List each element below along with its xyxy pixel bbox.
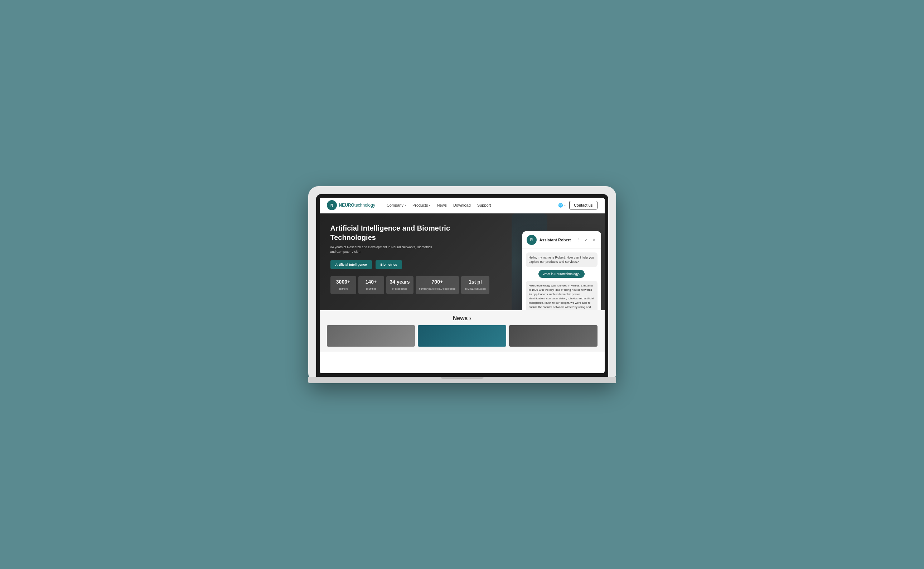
chat-avatar: R bbox=[527, 235, 536, 245]
stat-number: 700+ bbox=[419, 279, 456, 284]
nav-company[interactable]: Company ▾ bbox=[384, 202, 409, 209]
stat-number: 140+ bbox=[362, 279, 381, 284]
globe-icon: 🌐 bbox=[558, 203, 563, 208]
stat-number: 1st pl bbox=[465, 279, 486, 284]
hero-title: Artificial Intelligence and Biometric Te… bbox=[330, 224, 467, 242]
laptop-base bbox=[308, 377, 616, 383]
chat-more-button[interactable]: ⋮ bbox=[575, 237, 581, 243]
chat-body: Hello, my name is Robert. How can I help… bbox=[522, 249, 601, 310]
chat-suggestion-button[interactable]: What is Neurotechnology? bbox=[538, 270, 585, 278]
chevron-down-icon: ▾ bbox=[564, 204, 565, 207]
chat-header: R Assistant Robert ⋮ ⤢ ✕ bbox=[522, 231, 601, 249]
laptop-outer: N NEUROtechnology Company ▾ Products ▾ N… bbox=[308, 186, 616, 383]
nav-logo[interactable]: N NEUROtechnology bbox=[327, 200, 375, 210]
ai-button[interactable]: Artificial Intelligence bbox=[330, 260, 372, 269]
stat-label: countries bbox=[366, 288, 376, 290]
news-section: News › bbox=[320, 310, 605, 351]
stat-countries: 140+ countries bbox=[359, 276, 384, 294]
news-card-3[interactable] bbox=[509, 325, 597, 347]
news-card-2[interactable] bbox=[418, 325, 506, 347]
chat-greeting: Hello, my name is Robert. How can I help… bbox=[526, 253, 597, 267]
stat-label: of experience bbox=[392, 288, 407, 290]
nav-news[interactable]: News bbox=[434, 202, 450, 209]
chat-bot-message: Neurotechnology was founded in Vilnius, … bbox=[526, 281, 597, 310]
nav-support[interactable]: Support bbox=[474, 202, 494, 209]
stat-years: 34 years of experience bbox=[386, 276, 413, 294]
chevron-down-icon: ▾ bbox=[429, 204, 430, 207]
hero-section: Artificial Intelligence and Biometric Te… bbox=[320, 213, 605, 310]
chat-header-actions: ⋮ ⤢ ✕ bbox=[575, 237, 597, 243]
nav-download[interactable]: Download bbox=[450, 202, 474, 209]
nav-globe[interactable]: 🌐 ▾ bbox=[558, 203, 565, 208]
chat-close-button[interactable]: ✕ bbox=[591, 237, 597, 243]
hero-subtitle: 34 years of Research and Development in … bbox=[330, 245, 438, 255]
chat-header-title: Assistant Robert bbox=[540, 238, 573, 242]
news-card-1[interactable] bbox=[327, 325, 415, 347]
nav-links: Company ▾ Products ▾ News Download Suppo… bbox=[384, 202, 558, 209]
laptop-screen: N NEUROtechnology Company ▾ Products ▾ N… bbox=[320, 198, 605, 373]
laptop-screen-bezel: N NEUROtechnology Company ▾ Products ▾ N… bbox=[316, 194, 608, 377]
stat-label: human-years of R&D experience bbox=[419, 288, 456, 290]
logo-text-normal: NEURO bbox=[339, 203, 354, 208]
contact-us-button[interactable]: Contact us bbox=[569, 201, 597, 210]
stat-human-years: 700+ human-years of R&D experience bbox=[416, 276, 459, 294]
biometrics-button[interactable]: Biometrics bbox=[375, 260, 403, 269]
chat-widget: R Assistant Robert ⋮ ⤢ ✕ Hello, my name … bbox=[522, 231, 601, 310]
stat-label: partners bbox=[339, 288, 348, 290]
stat-partners: 3000+ partners bbox=[330, 276, 356, 294]
nav-products[interactable]: Products ▾ bbox=[410, 202, 433, 209]
stat-number: 3000+ bbox=[334, 279, 353, 284]
logo-icon: N bbox=[327, 200, 337, 210]
news-grid bbox=[327, 325, 597, 347]
stat-first-place: 1st pl in MINE evaluation bbox=[461, 276, 489, 294]
logo-text: NEUROtechnology bbox=[339, 203, 375, 208]
chevron-down-icon: ▾ bbox=[404, 204, 406, 207]
news-section-title[interactable]: News › bbox=[327, 315, 597, 321]
navbar: N NEUROtechnology Company ▾ Products ▾ N… bbox=[320, 198, 605, 213]
nav-right: 🌐 ▾ Contact us bbox=[558, 201, 597, 210]
stat-label: in MINE evaluation bbox=[465, 288, 486, 290]
logo-text-colored: technology bbox=[354, 203, 375, 208]
chat-expand-button[interactable]: ⤢ bbox=[583, 237, 589, 243]
stat-number: 34 years bbox=[390, 279, 410, 284]
